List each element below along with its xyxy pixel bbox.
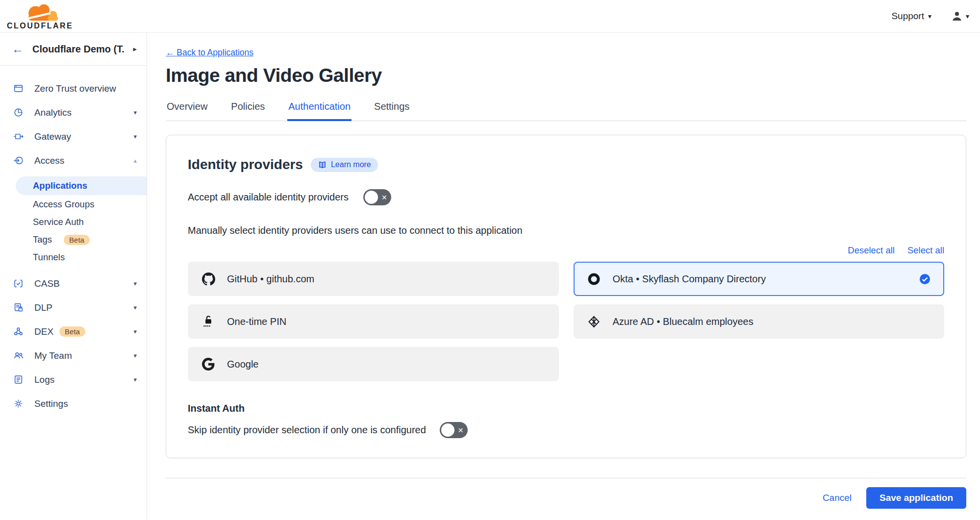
google-icon	[201, 358, 215, 371]
instant-auth-label: Skip identity provider selection if only…	[188, 424, 426, 436]
sidebar: ← Cloudflare Demo (T... ▸ Zero Trust ove…	[0, 33, 147, 520]
accept-all-toggle[interactable]: ✕	[363, 189, 391, 205]
idp-label: One-time PIN	[227, 316, 286, 327]
analytics-icon	[13, 107, 24, 118]
sidebar-nav: Zero Trust overview Analytics ▾ Gateway …	[0, 66, 147, 416]
footer-actions: Cancel Save application	[166, 487, 966, 509]
sidebar-item-casb[interactable]: CASB ▾	[0, 272, 147, 296]
save-button[interactable]: Save application	[866, 487, 966, 509]
chevron-down-icon[interactable]: ▾	[133, 109, 137, 116]
instant-auth-heading: Instant Auth	[188, 403, 944, 414]
idp-label: Azure AD • Bluecalm employees	[613, 316, 754, 327]
sidebar-item-analytics[interactable]: Analytics ▾	[0, 100, 147, 124]
chevron-down-icon: ▾	[928, 12, 931, 20]
access-subnav: Applications Access Groups Service Auth …	[0, 173, 147, 272]
one-time-pin-icon	[201, 315, 215, 328]
sidebar-item-label: Gateway	[34, 131, 71, 142]
tab-overview[interactable]: Overview	[166, 98, 208, 121]
top-bar: CLOUDFLARE Support ▾ ▾	[0, 0, 980, 33]
sidebar-item-dlp[interactable]: DLP ▾	[0, 296, 147, 320]
tab-authentication[interactable]: Authentication	[287, 98, 352, 121]
overview-icon	[13, 83, 24, 94]
chevron-down-icon[interactable]: ▾	[133, 304, 137, 311]
support-label: Support	[891, 11, 924, 22]
tab-bar: Overview Policies Authentication Setting…	[166, 98, 966, 121]
okta-icon	[587, 272, 601, 286]
toggle-knob	[365, 191, 378, 204]
sidebar-item-zero-trust-overview[interactable]: Zero Trust overview	[0, 76, 147, 100]
cloudflare-logo[interactable]: CLOUDFLARE	[7, 2, 73, 30]
idp-tile-github[interactable]: GitHub • github.com	[188, 262, 559, 296]
sidebar-item-label: Applications	[33, 180, 87, 191]
sidebar-item-dex[interactable]: DEX Beta ▾	[0, 320, 147, 344]
sidebar-item-label: Tags	[33, 234, 52, 245]
tab-policies[interactable]: Policies	[230, 98, 266, 121]
sidebar-item-applications[interactable]: Applications	[16, 176, 147, 195]
chevron-down-icon: ▾	[966, 12, 969, 20]
page-title: Image and Video Gallery	[166, 65, 966, 86]
gateway-icon	[13, 131, 24, 142]
person-icon	[951, 10, 963, 22]
idp-label: GitHub • github.com	[227, 273, 314, 285]
main-content: ← Back to Applications Image and Video G…	[147, 33, 980, 520]
book-icon	[318, 160, 327, 170]
cancel-button[interactable]: Cancel	[823, 493, 852, 503]
chevron-right-icon[interactable]: ▸	[133, 45, 137, 53]
chevron-up-icon[interactable]: ▴	[133, 157, 137, 164]
idp-label: Google	[227, 359, 259, 370]
sidebar-item-label: CASB	[34, 278, 60, 289]
sidebar-item-label: Tunnels	[33, 252, 65, 263]
sidebar-item-access-groups[interactable]: Access Groups	[0, 196, 147, 213]
idp-tile-one-time-pin[interactable]: One-time PIN	[188, 304, 559, 339]
beta-badge: Beta	[59, 326, 85, 337]
identity-providers-card: Identity providers Learn more Accept all…	[166, 135, 966, 458]
sidebar-item-label: DEX	[34, 326, 53, 337]
manual-select-text: Manually select identity providers users…	[188, 225, 944, 236]
chevron-down-icon[interactable]: ▾	[133, 376, 137, 383]
back-arrow-icon[interactable]: ←	[12, 43, 24, 55]
learn-more-label: Learn more	[331, 160, 371, 169]
access-icon	[13, 155, 24, 166]
toggle-x-icon: ✕	[458, 426, 464, 434]
brand-text: CLOUDFLARE	[7, 22, 73, 30]
chevron-down-icon[interactable]: ▾	[133, 280, 137, 287]
back-to-applications-link[interactable]: ← Back to Applications	[166, 48, 253, 58]
idp-label: Okta • Skyflash Company Directory	[613, 273, 766, 285]
dlp-icon	[13, 302, 24, 313]
idp-tile-google[interactable]: Google	[188, 347, 559, 381]
tab-settings[interactable]: Settings	[373, 98, 410, 121]
sidebar-item-gateway[interactable]: Gateway ▾	[0, 124, 147, 149]
sidebar-item-label: Service Auth	[33, 217, 84, 227]
gear-icon	[13, 398, 24, 409]
sidebar-item-settings[interactable]: Settings	[0, 392, 147, 416]
sidebar-item-label: Zero Trust overview	[34, 83, 116, 94]
learn-more-badge[interactable]: Learn more	[311, 158, 378, 172]
footer-divider	[166, 478, 966, 478]
chevron-down-icon[interactable]: ▾	[133, 133, 137, 140]
sidebar-item-access[interactable]: Access ▴	[0, 149, 147, 173]
idp-tile-okta[interactable]: Okta • Skyflash Company Directory	[574, 262, 945, 296]
support-menu[interactable]: Support ▾	[891, 11, 931, 22]
sidebar-item-logs[interactable]: Logs ▾	[0, 368, 147, 392]
sidebar-item-label: Access Groups	[33, 199, 94, 210]
identity-provider-grid: GitHub • github.com Okta • Skyflash Comp…	[188, 262, 944, 381]
instant-auth-toggle[interactable]: ✕	[440, 422, 468, 438]
selected-check-icon	[919, 273, 930, 285]
card-heading: Identity providers	[188, 157, 303, 173]
sidebar-item-label: Settings	[34, 398, 68, 409]
azure-ad-icon	[587, 315, 601, 328]
idp-tile-azure-ad[interactable]: Azure AD • Bluecalm employees	[574, 304, 945, 339]
deselect-all-link[interactable]: Deselect all	[848, 245, 895, 256]
user-menu[interactable]: ▾	[951, 10, 969, 22]
chevron-down-icon[interactable]: ▾	[133, 328, 137, 335]
sidebar-item-service-auth[interactable]: Service Auth	[0, 214, 147, 230]
account-name: Cloudflare Demo (T...	[32, 44, 124, 55]
sidebar-item-tags[interactable]: Tags Beta	[0, 231, 147, 248]
sidebar-item-my-team[interactable]: My Team ▾	[0, 344, 147, 368]
sidebar-item-label: DLP	[34, 302, 52, 313]
chevron-down-icon[interactable]: ▾	[133, 352, 137, 359]
casb-icon	[13, 278, 24, 289]
select-all-link[interactable]: Select all	[907, 245, 944, 256]
account-switcher: ← Cloudflare Demo (T... ▸	[0, 33, 147, 66]
sidebar-item-tunnels[interactable]: Tunnels	[0, 249, 147, 266]
